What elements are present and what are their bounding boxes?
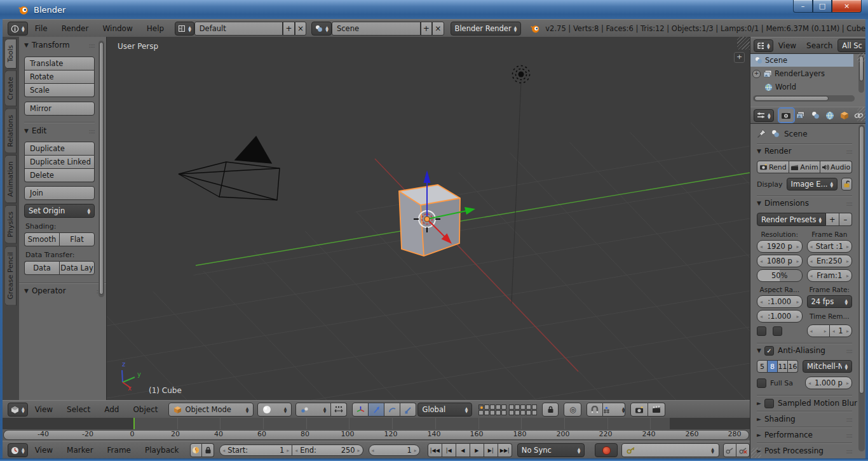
tab-world[interactable] <box>822 109 837 122</box>
corner-resize-handle[interactable] <box>751 448 761 458</box>
mirror-button[interactable]: Mirror <box>24 102 95 116</box>
panel-drag-dots-icon[interactable]: :::: <box>846 432 852 439</box>
next-keyframe-button[interactable]: ▶| <box>484 443 498 457</box>
outliner-filter-dropdown[interactable]: All Sc <box>837 39 867 52</box>
panel-header-operator[interactable]: ▼ Operator :::: <box>24 284 102 297</box>
delete-button[interactable]: Delete <box>24 169 95 182</box>
close-button[interactable]: × <box>832 0 862 13</box>
duplicate-linked-button[interactable]: Duplicate Linked <box>24 156 95 169</box>
end-frame-field[interactable]: End: 250 <box>292 444 363 456</box>
panel-header-edit[interactable]: ▼ Edit :::: <box>24 125 102 137</box>
translate-button[interactable]: Translate <box>24 57 95 70</box>
data-transfer-data-button[interactable]: Data <box>24 261 59 275</box>
manipulator-translate-toggle[interactable] <box>369 403 384 417</box>
tab-create[interactable]: Create <box>5 70 17 107</box>
time-remap-new-field[interactable]: 1 <box>830 324 852 337</box>
viewport-canvas[interactable] <box>107 37 750 400</box>
play-reverse-button[interactable]: ◀ <box>456 443 470 457</box>
duplicate-button[interactable]: Duplicate <box>24 142 95 156</box>
opengl-render-button[interactable] <box>630 403 648 417</box>
opengl-render-anim-button[interactable] <box>648 403 665 417</box>
crop-checkbox[interactable] <box>773 326 782 336</box>
panel-drag-dots-icon[interactable]: :::: <box>846 347 852 354</box>
add-scene-button[interactable]: + <box>421 22 432 36</box>
panel-header-transform[interactable]: ▼ Transform :::: <box>24 39 102 51</box>
aa-samples-11-button[interactable]: 11 <box>778 360 788 373</box>
outliner-hscrollbar[interactable] <box>753 95 855 102</box>
outliner-row-world[interactable]: World <box>750 81 853 93</box>
previous-keyframe-button[interactable]: |◀ <box>442 443 456 457</box>
panel-header-dimensions[interactable]: ▼ Dimensions :::: <box>757 196 852 210</box>
aa-samples-8-button[interactable]: 8 <box>768 360 778 373</box>
screen-layout-icon-selector[interactable]: ▲▼ <box>175 22 194 36</box>
sync-mode-dropdown[interactable]: No Sync ▲▼ <box>517 443 585 457</box>
layers-widget[interactable] <box>478 404 537 415</box>
viewport-shading-dropdown[interactable]: ▲▼ <box>257 403 292 417</box>
menu-view[interactable]: View <box>28 405 60 414</box>
editor-type-selector[interactable]: ▲▼ <box>8 403 28 417</box>
layer-1-active[interactable] <box>478 404 484 410</box>
rotate-button[interactable]: Rotate <box>24 70 95 84</box>
tab-scene[interactable] <box>808 109 822 122</box>
editor-type-selector[interactable]: ▲▼ <box>8 22 28 36</box>
aa-filter-size-field[interactable]: 1.000 p <box>805 377 852 389</box>
insert-keyframe-button[interactable] <box>723 443 737 457</box>
menu-marker[interactable]: Marker <box>60 446 100 455</box>
pivot-point-dropdown[interactable]: ▲▼ <box>295 403 331 417</box>
window-titlebar[interactable]: Blender – □ × <box>0 0 868 20</box>
expand-region-button[interactable]: + <box>734 52 745 63</box>
editor-type-selector[interactable]: ▲▼ <box>754 39 773 52</box>
panel-drag-dots-icon[interactable]: :::: <box>846 416 852 423</box>
tab-grease-pencil[interactable]: Grease Pencil <box>5 246 17 305</box>
display-mode-dropdown[interactable]: Image E... ▲▼ <box>787 178 838 190</box>
proportional-edit-dropdown[interactable]: ◎ <box>564 403 581 417</box>
render-presets-dropdown[interactable]: Render Presets ▲▼ <box>757 213 826 226</box>
render-still-button[interactable]: Rend <box>757 161 789 173</box>
antialiasing-checkbox[interactable] <box>764 346 774 356</box>
maximize-button[interactable]: □ <box>813 0 832 13</box>
resolution-y-field[interactable]: 1080 p <box>757 255 803 267</box>
current-frame-field[interactable]: 1 <box>369 444 420 456</box>
fps-dropdown[interactable]: 24 fps ▲▼ <box>807 295 853 308</box>
outliner-row-renderlayers[interactable]: + RenderLayers <box>750 67 853 80</box>
tab-relations[interactable]: Relations <box>5 109 17 154</box>
panel-drag-dots-icon[interactable]: :::: <box>89 42 95 49</box>
viewport-3d[interactable]: User Persp (1) Cube z y x + <box>107 37 750 400</box>
jump-to-end-button[interactable]: ▶▶| <box>498 443 512 457</box>
scale-button[interactable]: Scale <box>24 84 95 97</box>
menu-file[interactable]: File <box>28 24 55 33</box>
panel-header-render[interactable]: ▼ Render :::: <box>757 144 852 158</box>
panel-drag-dots-icon[interactable]: :::: <box>846 200 852 207</box>
frame-start-field[interactable]: Start :1 <box>807 240 853 253</box>
render-animation-button[interactable]: Anim <box>789 161 821 173</box>
delete-screen-button[interactable]: × <box>295 22 306 36</box>
editor-type-selector[interactable]: ▲▼ <box>8 443 28 457</box>
toolshelf-scrollbar[interactable] <box>98 41 104 297</box>
corner-resize-handle[interactable] <box>857 53 866 62</box>
shade-flat-button[interactable]: Flat <box>59 232 95 246</box>
panel-header-antialiasing[interactable]: ▼ Anti-Aliasing :::: <box>757 344 852 357</box>
tab-render[interactable] <box>779 109 794 122</box>
aspect-x-field[interactable]: :1.000 <box>757 295 803 308</box>
render-audio-button[interactable]: Audio <box>820 161 852 173</box>
editor-type-selector[interactable]: ▲▼ <box>754 109 774 122</box>
manipulator-axis-toggle[interactable] <box>352 403 369 417</box>
panel-drag-dots-icon[interactable]: :::: <box>846 448 852 455</box>
panel-header-post-processing[interactable]: ► Post Processing :::: <box>757 443 852 458</box>
delete-scene-button[interactable]: × <box>432 22 444 36</box>
panel-drag-dots-icon[interactable]: :::: <box>89 128 95 135</box>
add-preset-button[interactable]: + <box>826 213 839 226</box>
add-screen-button[interactable]: + <box>283 22 294 36</box>
tab-object[interactable] <box>837 109 851 122</box>
menu-help[interactable]: Help <box>140 24 171 33</box>
lock-interface-button[interactable] <box>841 178 852 190</box>
shade-smooth-button[interactable]: Smooth <box>24 232 59 246</box>
menu-view[interactable]: View <box>28 446 60 455</box>
data-transfer-layout-button[interactable]: Data Lay <box>59 261 95 275</box>
corner-resize-handle[interactable] <box>857 107 866 121</box>
menu-window[interactable]: Window <box>95 24 139 33</box>
menu-search[interactable]: Search <box>801 41 837 50</box>
manipulate-center-points-toggle[interactable] <box>331 403 347 417</box>
menu-object[interactable]: Object <box>126 405 165 414</box>
timeline-scrollbar[interactable] <box>3 430 749 440</box>
